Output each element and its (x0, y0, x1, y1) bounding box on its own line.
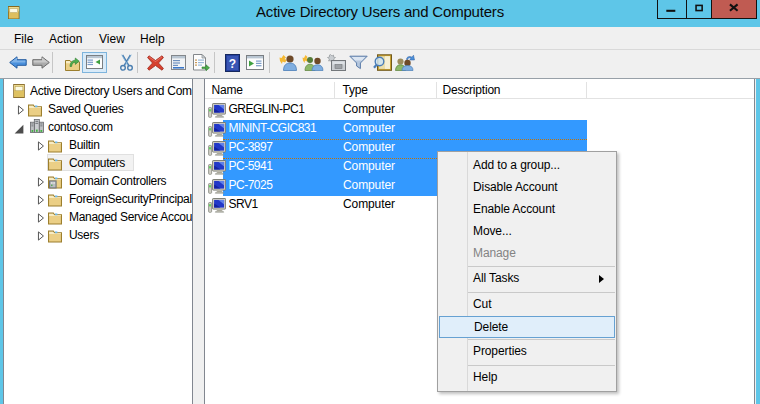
svg-text:?: ? (229, 57, 236, 71)
